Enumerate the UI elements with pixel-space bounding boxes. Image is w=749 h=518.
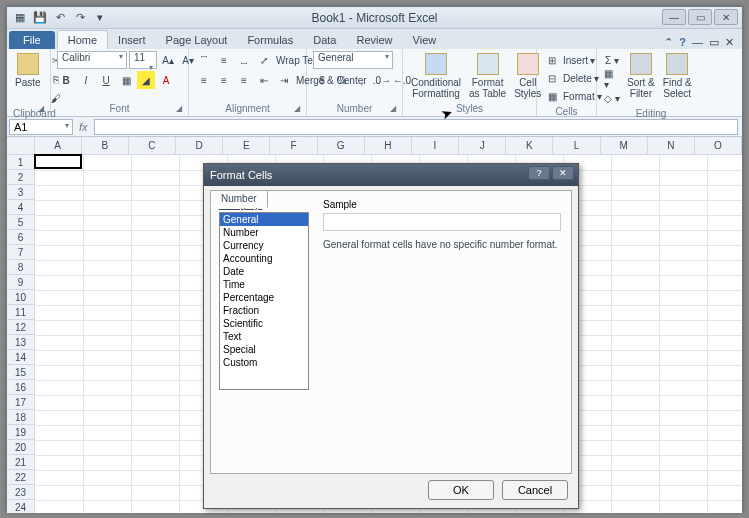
- row-header[interactable]: 6: [7, 230, 35, 245]
- qat-dropdown-icon[interactable]: ▾: [91, 9, 109, 27]
- conditional-formatting-button[interactable]: Conditional Formatting: [409, 51, 463, 101]
- row-header[interactable]: 8: [7, 260, 35, 275]
- dialog-help-button[interactable]: ?: [528, 166, 550, 180]
- row-header[interactable]: 4: [7, 200, 35, 215]
- clear-icon[interactable]: ◇ ▾: [603, 89, 621, 107]
- sort-filter-button[interactable]: Sort & Filter: [625, 51, 657, 101]
- tab-review[interactable]: Review: [346, 31, 402, 49]
- find-select-button[interactable]: Find & Select: [661, 51, 694, 101]
- insert-cells-button[interactable]: ⊞Insert ▾: [543, 51, 595, 69]
- clipboard-launcher[interactable]: ◢: [38, 104, 48, 114]
- fill-icon[interactable]: ▦ ▾: [603, 70, 621, 88]
- row-header[interactable]: 3: [7, 185, 35, 200]
- increase-decimal-icon[interactable]: .0→: [373, 71, 391, 89]
- number-format-select[interactable]: General: [313, 51, 393, 69]
- align-right-icon[interactable]: ≡: [235, 71, 253, 89]
- row-header[interactable]: 22: [7, 470, 35, 485]
- column-header[interactable]: B: [82, 137, 129, 154]
- bold-button[interactable]: B: [57, 71, 75, 89]
- row-header[interactable]: 24: [7, 500, 35, 513]
- decrease-indent-icon[interactable]: ⇤: [255, 71, 273, 89]
- column-header[interactable]: F: [270, 137, 317, 154]
- select-all-corner[interactable]: [7, 137, 35, 154]
- format-cells-button[interactable]: ▦Format ▾: [543, 87, 602, 105]
- column-header[interactable]: A: [35, 137, 82, 154]
- align-center-icon[interactable]: ≡: [215, 71, 233, 89]
- row-header[interactable]: 14: [7, 350, 35, 365]
- column-header[interactable]: M: [601, 137, 648, 154]
- row-header[interactable]: 12: [7, 320, 35, 335]
- doc-close-icon[interactable]: ✕: [725, 36, 734, 49]
- column-header[interactable]: J: [459, 137, 506, 154]
- doc-restore-icon[interactable]: ▭: [709, 36, 719, 49]
- category-list[interactable]: GeneralNumberCurrencyAccountingDateTimeP…: [219, 212, 309, 390]
- align-top-icon[interactable]: ⎴: [195, 51, 213, 69]
- undo-icon[interactable]: ↶: [51, 9, 69, 27]
- alignment-launcher[interactable]: ◢: [294, 104, 304, 114]
- row-header[interactable]: 5: [7, 215, 35, 230]
- delete-cells-button[interactable]: ⊟Delete ▾: [543, 69, 599, 87]
- row-header[interactable]: 10: [7, 290, 35, 305]
- category-item[interactable]: Text: [220, 330, 308, 343]
- currency-icon[interactable]: $: [313, 71, 331, 89]
- category-item[interactable]: Time: [220, 278, 308, 291]
- font-color-icon[interactable]: A: [157, 71, 175, 89]
- row-header[interactable]: 7: [7, 245, 35, 260]
- align-left-icon[interactable]: ≡: [195, 71, 213, 89]
- save-icon[interactable]: 💾: [31, 9, 49, 27]
- column-header[interactable]: O: [695, 137, 742, 154]
- underline-button[interactable]: U: [97, 71, 115, 89]
- percent-icon[interactable]: %: [333, 71, 351, 89]
- row-header[interactable]: 9: [7, 275, 35, 290]
- row-header[interactable]: 20: [7, 440, 35, 455]
- row-header[interactable]: 16: [7, 380, 35, 395]
- category-item[interactable]: Special: [220, 343, 308, 356]
- dialog-close-button[interactable]: ✕: [552, 166, 574, 180]
- paste-button[interactable]: Paste: [13, 51, 43, 90]
- italic-button[interactable]: I: [77, 71, 95, 89]
- category-item[interactable]: Currency: [220, 239, 308, 252]
- ok-button[interactable]: OK: [428, 480, 494, 500]
- restore-button[interactable]: ▭: [688, 9, 712, 25]
- close-button[interactable]: ✕: [714, 9, 738, 25]
- number-launcher[interactable]: ◢: [390, 104, 400, 114]
- doc-minimize-icon[interactable]: ―: [692, 36, 703, 49]
- border-icon[interactable]: ▦: [117, 71, 135, 89]
- cancel-button[interactable]: Cancel: [502, 480, 568, 500]
- fill-color-icon[interactable]: ◢: [137, 71, 155, 89]
- row-header[interactable]: 18: [7, 410, 35, 425]
- row-header[interactable]: 11: [7, 305, 35, 320]
- row-header[interactable]: 15: [7, 365, 35, 380]
- active-cell[interactable]: [34, 154, 82, 169]
- column-header[interactable]: D: [176, 137, 223, 154]
- redo-icon[interactable]: ↷: [71, 9, 89, 27]
- column-header[interactable]: K: [506, 137, 553, 154]
- row-header[interactable]: 2: [7, 170, 35, 185]
- font-family-select[interactable]: Calibri: [57, 51, 127, 69]
- increase-indent-icon[interactable]: ⇥: [275, 71, 293, 89]
- row-header[interactable]: 19: [7, 425, 35, 440]
- row-header[interactable]: 17: [7, 395, 35, 410]
- row-header[interactable]: 21: [7, 455, 35, 470]
- column-header[interactable]: C: [129, 137, 176, 154]
- dialog-tab-number[interactable]: Number: [210, 190, 268, 208]
- category-item[interactable]: Date: [220, 265, 308, 278]
- column-header[interactable]: L: [553, 137, 600, 154]
- column-header[interactable]: H: [365, 137, 412, 154]
- tab-data[interactable]: Data: [303, 31, 346, 49]
- tab-view[interactable]: View: [403, 31, 447, 49]
- row-header[interactable]: 13: [7, 335, 35, 350]
- category-item[interactable]: Percentage: [220, 291, 308, 304]
- comma-icon[interactable]: ,: [353, 71, 371, 89]
- align-middle-icon[interactable]: ≡: [215, 51, 233, 69]
- category-item[interactable]: Accounting: [220, 252, 308, 265]
- align-bottom-icon[interactable]: ⎵: [235, 51, 253, 69]
- minimize-button[interactable]: ―: [662, 9, 686, 25]
- tab-page-layout[interactable]: Page Layout: [156, 31, 238, 49]
- row-header[interactable]: 23: [7, 485, 35, 500]
- column-header[interactable]: I: [412, 137, 459, 154]
- column-header[interactable]: G: [318, 137, 365, 154]
- column-header[interactable]: E: [223, 137, 270, 154]
- fx-icon[interactable]: fx: [79, 121, 88, 133]
- autosum-icon[interactable]: Σ ▾: [603, 51, 621, 69]
